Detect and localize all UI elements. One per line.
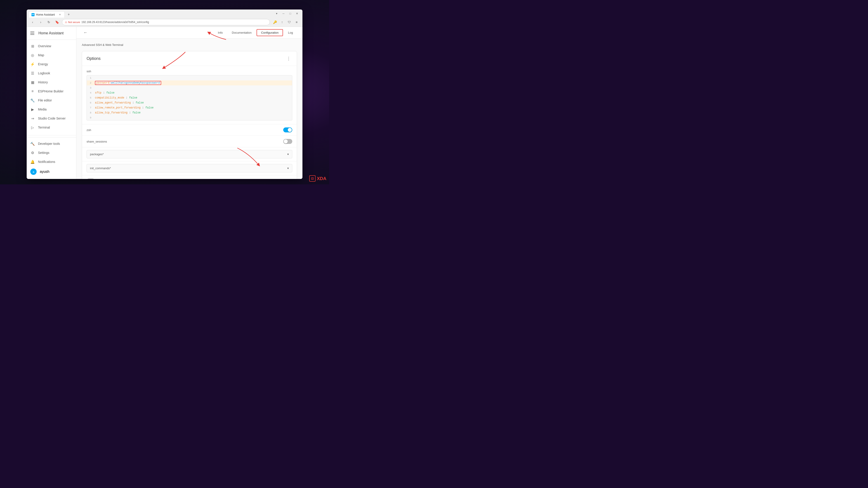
line-content-5: compatibility_mode : false bbox=[94, 96, 292, 99]
window-close-button[interactable]: ✕ bbox=[294, 11, 300, 16]
top-nav-tabs: Info Documentation Configuration Log bbox=[214, 29, 297, 36]
code-line-2: 2 password : wellthatsgonnabemyhasspassw… bbox=[87, 80, 292, 86]
new-tab-button[interactable]: + bbox=[66, 11, 72, 18]
options-card: Options ⋮ ssh 1 bbox=[82, 51, 297, 179]
show-options-toggle[interactable] bbox=[87, 178, 95, 179]
line-num-1: 1 bbox=[87, 76, 94, 79]
sidebar-item-label-overview: Overview bbox=[38, 44, 51, 48]
sidebar-item-label-map: Map bbox=[38, 53, 44, 57]
browser-tab-home-assistant[interactable]: HA Home Assistant ✕ bbox=[29, 11, 65, 18]
options-header: Options ⋮ bbox=[82, 51, 297, 66]
sidebar-item-todo[interactable]: ☑ To-do lists bbox=[27, 132, 76, 133]
line-content-2: password : wellthatsgonnabemyhasspasswor… bbox=[94, 81, 292, 85]
sidebar-item-label-logbook: Logbook bbox=[38, 71, 50, 75]
sidebar-item-devtools[interactable]: 🔨 Developer tools bbox=[27, 139, 76, 148]
sidebar-item-overview[interactable]: ⊞ Overview bbox=[27, 41, 76, 51]
code-key-tcp: allow_tcp_forwarding bbox=[95, 111, 127, 114]
devtools-icon: 🔨 bbox=[30, 141, 35, 146]
zsh-toggle[interactable] bbox=[283, 127, 292, 132]
sidebar-item-notifications[interactable]: 🔔 Notifications bbox=[27, 157, 76, 166]
sidebar-item-studio[interactable]: ⇒ Studio Code Server bbox=[27, 114, 76, 123]
code-value-password: wellthatsgonnabemyhasspassword bbox=[111, 81, 160, 85]
code-value-remote: false bbox=[145, 106, 153, 109]
nav-back-button[interactable]: ‹ bbox=[29, 19, 36, 25]
menu-button[interactable]: ≡ bbox=[293, 19, 300, 25]
tab-documentation[interactable]: Documentation bbox=[228, 30, 256, 36]
code-value-tcp: false bbox=[132, 111, 141, 114]
share-button[interactable]: ↑ bbox=[279, 19, 285, 25]
tab-info[interactable]: Info bbox=[214, 30, 227, 36]
tab-log[interactable]: Log bbox=[284, 30, 297, 36]
line-num-7: 7 bbox=[87, 106, 94, 109]
hamburger-menu-button[interactable] bbox=[30, 31, 36, 36]
share-sessions-label: share_sessions bbox=[87, 140, 107, 143]
sidebar-item-energy[interactable]: ⚡ Energy bbox=[27, 60, 76, 69]
code-line-6: 6 allow_agent_forwarding : false bbox=[87, 100, 292, 105]
tab-close-button[interactable]: ✕ bbox=[58, 13, 62, 17]
settings-icon: ⚙ bbox=[30, 151, 35, 155]
ssh-label: ssh bbox=[87, 70, 292, 73]
line-content-4: sftp : false bbox=[94, 91, 292, 94]
code-editor[interactable]: 1 2 password : wellthatsg bbox=[87, 75, 292, 121]
sidebar-item-media[interactable]: ▶ Media bbox=[27, 105, 76, 114]
code-line-5: 5 compatibility_mode : false bbox=[87, 95, 292, 100]
sidebar-item-terminal[interactable]: ▷ Terminal bbox=[27, 123, 76, 132]
nav-forward-button[interactable]: › bbox=[37, 19, 44, 25]
sidebar-item-map[interactable]: ◎ Map bbox=[27, 51, 76, 60]
tab-configuration[interactable]: Configuration bbox=[256, 29, 283, 36]
terminal-icon: ▷ bbox=[30, 125, 35, 130]
share-sessions-toggle-row: share_sessions bbox=[82, 136, 297, 147]
password-highlighted-box: password : wellthatsgonnabemyhasspasswor… bbox=[95, 81, 161, 85]
studio-icon: ⇒ bbox=[30, 116, 35, 121]
code-colon-6: : bbox=[132, 101, 135, 104]
code-colon-8: : bbox=[129, 111, 132, 114]
code-key-remote: allow_remote_port_forwarding bbox=[95, 106, 141, 109]
window-dropdown-button[interactable]: ▾ bbox=[274, 11, 279, 16]
sidebar-item-logbook[interactable]: ☰ Logbook bbox=[27, 69, 76, 78]
media-icon: ▶ bbox=[30, 107, 35, 111]
sidebar-item-label-espbuilder: ESPHome Builder bbox=[38, 90, 64, 93]
tab-bar: HA Home Assistant ✕ + ▾ ─ □ ✕ bbox=[27, 9, 303, 18]
sidebar-item-history[interactable]: ▦ History bbox=[27, 78, 76, 87]
share-sessions-toggle[interactable] bbox=[283, 139, 292, 144]
energy-icon: ⚡ bbox=[30, 62, 35, 66]
file-editor-icon: 🔧 bbox=[30, 98, 35, 103]
code-key-password: password bbox=[96, 81, 110, 85]
packages-dropdown-row: packages* ▾ bbox=[82, 147, 297, 161]
sidebar-item-label-history: History bbox=[38, 80, 48, 84]
password-manager-button[interactable]: 🔑 bbox=[272, 19, 278, 25]
more-options-button[interactable]: ⋮ bbox=[285, 55, 292, 62]
init-commands-dropdown[interactable]: init_commands* ▾ bbox=[87, 164, 292, 172]
sidebar-title: Home Assistant bbox=[38, 31, 64, 35]
overview-icon: ⊞ bbox=[30, 44, 35, 48]
nav-refresh-button[interactable]: ↻ bbox=[46, 19, 52, 25]
zsh-toggle-row: zsh bbox=[82, 124, 297, 136]
line-num-2: 2 bbox=[87, 82, 94, 84]
sidebar-item-label-terminal: Terminal bbox=[38, 126, 50, 129]
hamburger-line-3 bbox=[30, 34, 34, 35]
window-minimize-button[interactable]: ─ bbox=[281, 11, 286, 16]
back-button[interactable]: ← bbox=[82, 29, 89, 36]
packages-dropdown[interactable]: packages* ▾ bbox=[87, 150, 292, 158]
window-maximize-button[interactable]: □ bbox=[287, 11, 293, 16]
nav-bookmark-button[interactable]: 🔖 bbox=[54, 19, 60, 25]
code-colon-5: : bbox=[126, 96, 129, 99]
sidebar-item-label-energy: Energy bbox=[38, 62, 48, 66]
line-num-9: 9 bbox=[87, 116, 94, 119]
sidebar-header: Home Assistant bbox=[27, 27, 76, 40]
page-content: Advanced SSH & Web Terminal Options ⋮ ss… bbox=[76, 39, 303, 179]
user-profile-item[interactable]: a ayush bbox=[27, 166, 76, 177]
sidebar-item-settings[interactable]: ⚙ Settings bbox=[27, 148, 76, 157]
sidebar-item-file-editor[interactable]: 🔧 File editor bbox=[27, 96, 76, 105]
brave-shield-button[interactable]: 🛡 bbox=[286, 19, 292, 25]
main-content: ← Info Documentation Configuration Log A… bbox=[76, 27, 303, 179]
browser-window: HA Home Assistant ✕ + ▾ ─ □ ✕ ‹ › ↻ 🔖 ⚠ … bbox=[27, 9, 303, 179]
sidebar-item-label-settings: Settings bbox=[38, 151, 50, 155]
breadcrumb: Advanced SSH & Web Terminal bbox=[82, 43, 123, 46]
notifications-icon: 🔔 bbox=[30, 160, 35, 164]
sidebar-item-espbuilder[interactable]: ≡ ESPHome Builder bbox=[27, 87, 76, 96]
code-value-sftp: false bbox=[106, 91, 114, 94]
address-input[interactable]: ⚠ Not secure 192.168.29.43:8123/hassio/a… bbox=[62, 19, 270, 25]
logbook-icon: ☰ bbox=[30, 71, 35, 75]
line-content-7: allow_remote_port_forwarding : false bbox=[94, 106, 292, 109]
